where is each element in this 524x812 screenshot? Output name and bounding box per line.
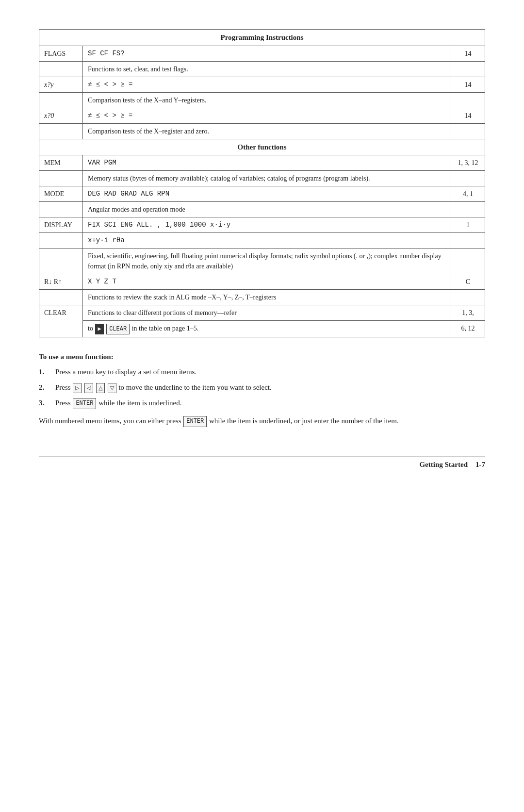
mode-key-empty xyxy=(39,202,83,217)
xq0-desc-row: Comparison tests of the X–register and z… xyxy=(39,123,485,139)
footer-page: 1-7 xyxy=(475,461,485,469)
shift-key-icon: ▶ xyxy=(95,324,103,334)
main-table: Programming Instructions FLAGS SF CF FS?… xyxy=(39,29,485,337)
mode-desc: Angular modes and operation mode xyxy=(83,202,451,217)
xqy-instr: ≠ ≤ < > ≥ = xyxy=(83,77,451,92)
step-3: 3. Press ENTER while the item is underli… xyxy=(39,397,485,409)
other-header: Other functions xyxy=(39,139,485,155)
xqy-page: 14 xyxy=(451,77,485,92)
display-instr2: x+y·i rθa xyxy=(83,233,451,249)
flags-page: 14 xyxy=(451,46,485,61)
xq0-page-empty xyxy=(451,123,485,139)
mode-desc-row: Angular modes and operation mode xyxy=(39,202,485,217)
clear-desc2: to ▶ CLEAR in the table on page 1–5. xyxy=(83,321,451,337)
rdown-row: R↓ R↑ X Y Z T C xyxy=(39,274,485,290)
rdown-desc-row: Functions to review the stack in ALG mod… xyxy=(39,290,485,305)
instructions-title: To use a menu function: xyxy=(39,353,485,361)
clear-desc1: Functions to clear different portions of… xyxy=(83,305,451,321)
mem-row: MEM VAR PGM 1, 3, 12 xyxy=(39,155,485,171)
rdown-key: R↓ R↑ xyxy=(39,274,83,290)
xq0-key-empty xyxy=(39,123,83,139)
rdown-page-empty xyxy=(451,290,485,305)
display-page: 1 xyxy=(451,217,485,233)
xq0-page: 14 xyxy=(451,108,485,123)
display-instr: FIX SCI ENG ALL. , 1,000 1000 x·i·y xyxy=(83,217,451,233)
xqy-key-empty xyxy=(39,92,83,108)
mode-page-empty xyxy=(451,202,485,217)
display-desc-row: Fixed, scientific, engineering, full flo… xyxy=(39,249,485,274)
clear-key-btn: CLEAR xyxy=(106,324,130,334)
arrow-down-key: ▽ xyxy=(108,383,116,394)
arrow-up-key: △ xyxy=(96,383,105,394)
display-page-empty3 xyxy=(451,249,485,274)
mode-key: MODE xyxy=(39,186,83,202)
step-3-num: 3. xyxy=(39,397,49,409)
xq0-row: x?0 ≠ ≤ < > ≥ = 14 xyxy=(39,108,485,123)
xq0-instr: ≠ ≤ < > ≥ = xyxy=(83,108,451,123)
clear-row: CLEAR Functions to clear different porti… xyxy=(39,305,485,321)
rdown-page: C xyxy=(451,274,485,290)
mem-page: 1, 3, 12 xyxy=(451,155,485,171)
xqy-desc: Comparison tests of the X–and Y–register… xyxy=(83,92,451,108)
step-1: 1. Press a menu key to display a set of … xyxy=(39,366,485,378)
step-2: 2. Press ▷ ◁ △ ▽ to move the underline t… xyxy=(39,381,485,393)
flags-desc-row: Functions to set, clear, and test flags. xyxy=(39,61,485,77)
mem-desc-row: Memory status (bytes of memory available… xyxy=(39,171,485,186)
clear-key: CLEAR xyxy=(39,305,83,337)
rdown-desc: Functions to review the stack in ALG mod… xyxy=(83,290,451,305)
page-footer: Getting Started 1-7 xyxy=(39,456,485,469)
display-page-empty2 xyxy=(451,233,485,249)
flags-row: FLAGS SF CF FS? 14 xyxy=(39,46,485,61)
flags-key: FLAGS xyxy=(39,46,83,61)
display-row: DISPLAY FIX SCI ENG ALL. , 1,000 1000 x·… xyxy=(39,217,485,233)
xq0-key: x?0 xyxy=(39,108,83,123)
mode-page: 4, 1 xyxy=(451,186,485,202)
step-1-text: Press a menu key to display a set of men… xyxy=(55,366,196,378)
display-key: DISPLAY xyxy=(39,217,83,233)
clear-page1: 1, 3, xyxy=(451,305,485,321)
prog-header: Programming Instructions xyxy=(39,30,485,46)
flags-key-empty xyxy=(39,61,83,77)
step-3-content: Press ENTER while the item is underlined… xyxy=(55,397,181,409)
mem-desc: Memory status (bytes of memory available… xyxy=(83,171,451,186)
xqy-page-empty xyxy=(451,92,485,108)
xq0-desc: Comparison tests of the X–register and z… xyxy=(83,123,451,139)
display-key-empty2 xyxy=(39,249,83,274)
step-2-num: 2. xyxy=(39,381,49,393)
clear-page2: 6, 12 xyxy=(451,321,485,337)
display-instr2-row: x+y·i rθa xyxy=(39,233,485,249)
step-list: 1. Press a menu key to display a set of … xyxy=(39,366,485,410)
mem-page-empty xyxy=(451,171,485,186)
xqy-row: x?y ≠ ≤ < > ≥ = 14 xyxy=(39,77,485,92)
display-desc: Fixed, scientific, engineering, full flo… xyxy=(83,249,451,274)
mode-instr: DEG RAD GRAD ALG RPN xyxy=(83,186,451,202)
flags-instr: SF CF FS? xyxy=(83,46,451,61)
step-1-num: 1. xyxy=(39,366,49,378)
page-content: Programming Instructions FLAGS SF CF FS?… xyxy=(39,29,485,469)
arrow-left-key: ◁ xyxy=(84,383,93,394)
step-2-content: Press ▷ ◁ △ ▽ to move the underline to t… xyxy=(55,381,272,393)
rdown-key-empty xyxy=(39,290,83,305)
instructions-section: To use a menu function: 1. Press a menu … xyxy=(39,353,485,428)
xqy-desc-row: Comparison tests of the X–and Y–register… xyxy=(39,92,485,108)
footer-label: Getting Started xyxy=(419,461,468,469)
flags-page-empty xyxy=(451,61,485,77)
mem-instr: VAR PGM xyxy=(83,155,451,171)
arrow-right-key: ▷ xyxy=(73,383,82,394)
flags-desc: Functions to set, clear, and test flags. xyxy=(83,61,451,77)
prog-header-row: Programming Instructions xyxy=(39,30,485,46)
enter-key-step3: ENTER xyxy=(73,398,96,409)
para-text: With numbered menu items, you can either… xyxy=(39,415,485,427)
mem-key: MEM xyxy=(39,155,83,171)
mem-key-empty xyxy=(39,171,83,186)
enter-key-para: ENTER xyxy=(183,416,207,427)
mode-row: MODE DEG RAD GRAD ALG RPN 4, 1 xyxy=(39,186,485,202)
display-key-empty xyxy=(39,233,83,249)
xqy-key: x?y xyxy=(39,77,83,92)
other-header-row: Other functions xyxy=(39,139,485,155)
clear-row2: to ▶ CLEAR in the table on page 1–5. 6, … xyxy=(39,321,485,337)
rdown-instr: X Y Z T xyxy=(83,274,451,290)
